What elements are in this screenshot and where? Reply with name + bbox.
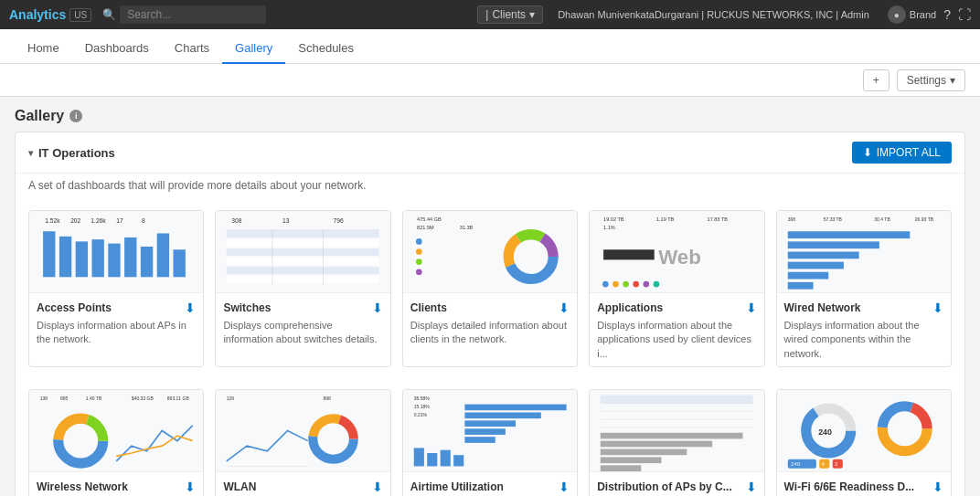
card-import-wired[interactable]: ⬇ [932, 301, 943, 315]
svg-rect-84 [464, 413, 540, 419]
card-import-applications[interactable]: ⬇ [746, 301, 757, 315]
svg-text:26.93 TB: 26.93 TB [914, 216, 933, 222]
card-import-dist-aps[interactable]: ⬇ [746, 480, 757, 494]
card-body-dist-aps: Distribution of APs by C... ⬇ Displays i… [590, 472, 763, 496]
top-bar-icons: ? ⛶ [943, 7, 971, 22]
card-switches[interactable]: 308 13 796 [215, 210, 390, 367]
card-wired-network[interactable]: 308 57.33 TB 30.4 TB 26.93 TB [776, 210, 952, 367]
nav-item-dashboards[interactable]: Dashboards [72, 34, 162, 64]
card-title-wired: Wired Network [784, 301, 861, 314]
svg-text:38.58%: 38.58% [414, 396, 431, 401]
card-title-row-wireless: Wireless Network ⬇ [37, 480, 196, 494]
page-toolbar: + Settings ▾ [0, 64, 980, 97]
svg-text:240: 240 [791, 461, 801, 468]
help-button[interactable]: ? [943, 7, 951, 22]
card-import-wireless[interactable]: ⬇ [185, 480, 196, 494]
card-title-row-wired: Wired Network ⬇ [784, 301, 943, 315]
svg-text:Web: Web [658, 246, 701, 269]
card-import-wifi6[interactable]: ⬇ [932, 480, 943, 494]
thumbnail-svg-applications: 19.02 TB 1.1% 1.19 TB 17.83 TB Web [590, 211, 763, 292]
svg-rect-7 [59, 237, 71, 278]
section-chevron-icon[interactable]: ▾ [28, 148, 33, 158]
settings-button[interactable]: Settings ▾ [897, 69, 965, 91]
client-selector[interactable]: | Clients ▾ [477, 5, 543, 24]
svg-point-38 [416, 269, 422, 275]
svg-text:15.18%: 15.18% [414, 404, 431, 409]
settings-chevron-icon: ▾ [950, 74, 955, 87]
expand-button[interactable]: ⛶ [958, 7, 971, 22]
card-body-clients: Clients ⬇ Displays detailed information … [403, 293, 577, 353]
import-all-button[interactable]: ⬇ IMPORT ALL [852, 142, 952, 164]
svg-text:895: 895 [60, 396, 69, 401]
thumbnail-svg-wireless: 138 895 1.40 TB $40.32 GB 863.11 GB [29, 390, 203, 471]
card-thumbnail-wired: 308 57.33 TB 30.4 TB 26.93 TB [777, 211, 951, 293]
region-badge: US [69, 8, 91, 22]
info-icon: i [69, 110, 82, 122]
svg-rect-24 [227, 276, 379, 283]
svg-point-51 [654, 281, 660, 288]
client-selector-label: Clients [492, 8, 526, 21]
nav-item-charts[interactable]: Charts [162, 34, 222, 64]
nav-item-gallery[interactable]: Gallery [222, 34, 285, 64]
app-logo: Analytics [9, 7, 66, 22]
card-import-airtime[interactable]: ⬇ [559, 480, 570, 494]
svg-text:308: 308 [787, 216, 795, 222]
svg-text:138: 138 [40, 396, 48, 401]
svg-rect-22 [227, 258, 379, 265]
card-import-clients[interactable]: ⬇ [559, 301, 570, 315]
svg-rect-89 [427, 453, 437, 466]
svg-text:898: 898 [324, 396, 332, 401]
svg-text:129: 129 [227, 396, 235, 401]
svg-text:202: 202 [70, 217, 80, 224]
thumbnail-svg-switches: 308 13 796 [216, 211, 389, 292]
svg-point-48 [623, 281, 629, 288]
add-button[interactable]: + [863, 69, 889, 91]
card-clients[interactable]: 475.44 GB 821.5M 31.3B [402, 210, 578, 367]
svg-text:17.83 TB: 17.83 TB [708, 216, 729, 222]
svg-point-36 [416, 248, 422, 255]
card-airtime[interactable]: 38.58% 15.18% 0.21% [402, 389, 578, 496]
pipe-divider: | [485, 8, 488, 21]
card-title-wlan: WLAN [223, 480, 256, 493]
svg-rect-59 [787, 252, 858, 259]
svg-rect-45 [603, 249, 655, 259]
section-description: A set of dashboards that will provide mo… [16, 174, 964, 201]
card-thumbnail-clients: 475.44 GB 821.5M 31.3B [403, 211, 577, 293]
card-import-ap[interactable]: ⬇ [185, 301, 196, 315]
card-import-wlan[interactable]: ⬇ [372, 480, 383, 494]
card-access-points[interactable]: 1.52k 202 1.26k 17 8 [28, 210, 204, 367]
svg-rect-23 [227, 267, 379, 274]
card-wlan[interactable]: 129 898 WLAN ⬇ [215, 389, 390, 496]
card-dist-aps[interactable]: Distribution of APs by C... ⬇ Displays i… [589, 389, 764, 496]
svg-rect-85 [464, 421, 516, 427]
chevron-down-icon: ▾ [529, 8, 535, 21]
card-desc-clients: Displays detailed information about clie… [410, 319, 570, 347]
thumbnail-svg-dist-aps [590, 390, 763, 471]
nav-item-home[interactable]: Home [15, 34, 72, 64]
cards-grid-row2: 138 895 1.40 TB $40.32 GB 863.11 GB [16, 380, 964, 496]
card-import-switches[interactable]: ⬇ [372, 301, 383, 315]
svg-rect-60 [787, 262, 843, 269]
search-input[interactable] [120, 5, 266, 24]
section-header: ▾ IT Operations ⬇ IMPORT ALL [16, 132, 964, 174]
user-info: Dhawan MunivenkataDurgarani | RUCKUS NET… [558, 9, 869, 20]
svg-text:1.19 TB: 1.19 TB [656, 216, 675, 222]
nav-item-schedules[interactable]: Schedules [285, 34, 367, 64]
card-body-wireless: Wireless Network ⬇ Displays information … [29, 472, 203, 496]
card-thumbnail-wifi6: 240 240 4 2 [777, 390, 951, 472]
card-title-row-switches: Switches ⬇ [223, 301, 382, 315]
svg-rect-91 [453, 455, 463, 466]
page-title-row: Gallery i [15, 108, 965, 124]
svg-rect-100 [601, 449, 687, 456]
svg-text:796: 796 [334, 217, 344, 224]
card-applications[interactable]: 19.02 TB 1.1% 1.19 TB 17.83 TB Web [589, 210, 764, 367]
svg-text:0.21%: 0.21% [414, 412, 428, 417]
cards-grid-row1: 1.52k 202 1.26k 17 8 [16, 201, 964, 380]
svg-text:8: 8 [142, 217, 145, 224]
svg-rect-21 [227, 248, 379, 256]
card-title-row-wlan: WLAN ⬇ [223, 480, 382, 494]
svg-rect-87 [464, 437, 495, 443]
card-wifi6[interactable]: 240 240 4 2 [776, 389, 952, 496]
card-wireless-network[interactable]: 138 895 1.40 TB $40.32 GB 863.11 GB [28, 389, 204, 496]
svg-text:2: 2 [835, 461, 838, 468]
